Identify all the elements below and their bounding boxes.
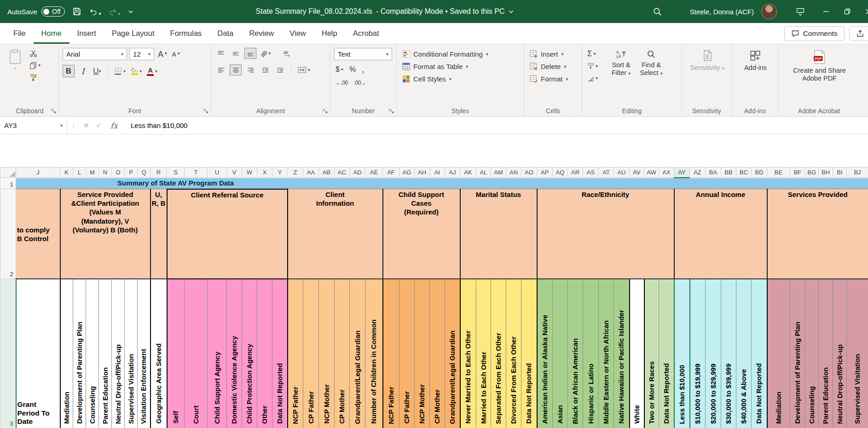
- cell-AD3[interactable]: Grandparent/Legal Guardian: [350, 279, 365, 428]
- tab-acrobat[interactable]: Acrobat: [345, 23, 387, 44]
- cell-AV3[interactable]: White: [630, 279, 644, 428]
- cell-AJ3[interactable]: Grandparent/Legal Guardian: [445, 279, 460, 428]
- number-dialog-launcher[interactable]: [388, 108, 394, 114]
- row-header-1[interactable]: 1: [0, 178, 16, 189]
- sort-filter-button[interactable]: AZ Sort & Filter ▾: [608, 48, 634, 105]
- restore-button[interactable]: [837, 0, 858, 23]
- redo-button[interactable]: ▾: [109, 7, 121, 16]
- formula-bar-handle[interactable]: ⋮: [67, 117, 80, 134]
- cell-AZ3[interactable]: $10,000 to $19,999: [690, 279, 706, 428]
- column-header-BB[interactable]: BB: [721, 168, 736, 178]
- alignment-dialog-launcher[interactable]: [322, 108, 328, 114]
- cell-AH3[interactable]: NCP Mother: [415, 279, 430, 428]
- cut-button[interactable]: [29, 49, 41, 58]
- paste-button[interactable]: ▾: [5, 48, 26, 105]
- comma-button[interactable]: ,: [360, 64, 365, 75]
- group-header-cell[interactable]: Service Provided&Client Participation(Va…: [60, 189, 150, 279]
- cell-AR3[interactable]: Black or African American: [568, 279, 583, 428]
- cell-W3[interactable]: Child Protection Agency: [242, 279, 257, 428]
- column-header-Y[interactable]: Y: [272, 168, 288, 178]
- minimize-button[interactable]: [816, 0, 837, 23]
- column-header-AF[interactable]: AF: [383, 168, 399, 178]
- close-button[interactable]: [858, 0, 868, 23]
- comments-button[interactable]: Comments: [784, 26, 845, 41]
- column-header-P[interactable]: P: [125, 168, 138, 178]
- column-header-O[interactable]: O: [112, 168, 125, 178]
- format-painter-button[interactable]: [29, 73, 41, 82]
- font-dialog-launcher[interactable]: [203, 108, 209, 114]
- column-header-T[interactable]: T: [185, 168, 208, 178]
- cell-AI3[interactable]: CP Mother: [430, 279, 445, 428]
- align-center-button[interactable]: [230, 64, 242, 75]
- fill-color-button[interactable]: ▾: [129, 67, 143, 76]
- cell-AX3[interactable]: Data Not Reported: [659, 279, 674, 428]
- column-header-AD[interactable]: AD: [350, 168, 365, 178]
- group-header-cell[interactable]: Race/Ethnicity: [537, 189, 674, 279]
- cell-AG3[interactable]: CP Father: [399, 279, 415, 428]
- italic-button[interactable]: I: [77, 65, 89, 77]
- cell-T3[interactable]: Court: [185, 279, 208, 428]
- cell-BF3[interactable]: Development of Parenting Plan: [790, 279, 805, 428]
- cell-AE3[interactable]: Number of Children in Common: [365, 279, 383, 428]
- column-header-AV[interactable]: AV: [630, 168, 644, 178]
- column-header-BF[interactable]: BF: [790, 168, 805, 178]
- cell-Q3[interactable]: Visitation Enforcement: [138, 279, 150, 428]
- column-header-AG[interactable]: AG: [399, 168, 415, 178]
- merge-center-button[interactable]: ▾: [296, 66, 312, 74]
- tab-review[interactable]: Review: [241, 23, 282, 44]
- currency-button[interactable]: $▾: [334, 64, 345, 75]
- row-header-3[interactable]: 3: [0, 279, 16, 428]
- decrease-font-button[interactable]: A▾: [171, 50, 181, 58]
- formula-input[interactable]: Less than $10,000: [123, 117, 187, 134]
- delete-cells-button[interactable]: Delete▾: [528, 60, 568, 73]
- column-header-AO[interactable]: AO: [521, 168, 537, 178]
- save-button[interactable]: [72, 7, 81, 16]
- column-header-BD[interactable]: BD: [752, 168, 767, 178]
- column-header-AB[interactable]: AB: [319, 168, 335, 178]
- tab-help[interactable]: Help: [314, 23, 345, 44]
- cell-AF3[interactable]: NCP Father: [383, 279, 399, 428]
- tab-file[interactable]: File: [6, 23, 34, 44]
- cell-J3[interactable]: GrantPeriod ToDate: [16, 279, 60, 428]
- cell-BG3[interactable]: Counseling: [805, 279, 819, 428]
- column-header-AS[interactable]: AS: [583, 168, 599, 178]
- cell-AS3[interactable]: Hispanic or Latino: [583, 279, 599, 428]
- tab-view[interactable]: View: [282, 23, 313, 44]
- align-bottom-button[interactable]: [244, 48, 256, 59]
- cell-AN3[interactable]: Divorced From Each Other: [506, 279, 521, 428]
- group-header-cell[interactable]: Marital Status: [460, 189, 537, 279]
- bold-button[interactable]: B: [63, 65, 75, 77]
- increase-indent-button[interactable]: [274, 64, 286, 75]
- name-box[interactable]: AY3 ▾: [0, 117, 67, 134]
- column-header-BI[interactable]: BI: [833, 168, 847, 178]
- column-header-K[interactable]: K: [60, 168, 73, 178]
- cancel-entry-button[interactable]: ✕: [80, 117, 93, 134]
- format-cells-button[interactable]: Format▾: [528, 73, 570, 85]
- cell-AB3[interactable]: NCP Mother: [319, 279, 335, 428]
- column-header-U[interactable]: U: [208, 168, 227, 178]
- cell-Z3[interactable]: NCP Father: [288, 279, 303, 428]
- tab-insert[interactable]: Insert: [69, 23, 104, 44]
- column-header-AH[interactable]: AH: [415, 168, 430, 178]
- column-header-BH[interactable]: BH: [819, 168, 833, 178]
- cell-AM3[interactable]: Separated From Each Other: [491, 279, 506, 428]
- decrease-indent-button[interactable]: [259, 64, 271, 75]
- borders-button[interactable]: ▾: [113, 66, 127, 76]
- column-header-AR[interactable]: AR: [568, 168, 583, 178]
- column-header-AE[interactable]: AE: [365, 168, 383, 178]
- wrap-text-button[interactable]: ab: [282, 49, 293, 58]
- insert-function-button[interactable]: fx: [105, 117, 123, 134]
- column-header-N[interactable]: N: [99, 168, 112, 178]
- cell-AK3[interactable]: Never Married to Each Other: [460, 279, 476, 428]
- column-header-BE[interactable]: BE: [767, 168, 790, 178]
- clipboard-dialog-launcher[interactable]: [51, 108, 57, 114]
- column-header-M[interactable]: M: [86, 168, 99, 178]
- cell-AU3[interactable]: Native Hawaiian or Pacific Islander: [614, 279, 630, 428]
- cell-AL3[interactable]: Married to Each Other: [476, 279, 491, 428]
- avatar[interactable]: [761, 4, 777, 19]
- column-header-AQ[interactable]: AQ: [553, 168, 568, 178]
- increase-decimal-button[interactable]: ←.00: [334, 79, 349, 87]
- group-header-cell[interactable]: to complyB Control: [16, 189, 60, 279]
- group-header-cell[interactable]: U, R, B: [150, 189, 167, 279]
- cell-M3[interactable]: Counseling: [86, 279, 99, 428]
